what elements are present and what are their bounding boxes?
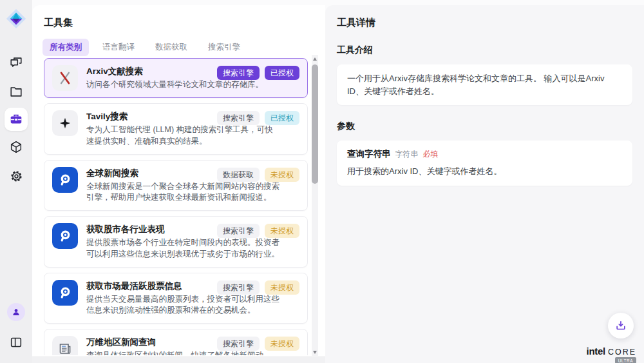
intel-wordmark: intel <box>587 346 605 357</box>
core-wordmark: COREULTRA <box>608 348 636 357</box>
parameter-card: 查询字符串 字符串 必填 用于搜索的Arxiv ID、关键字或作者姓名。 <box>337 141 632 186</box>
sidebar-top-group <box>0 50 32 189</box>
tool-description: 提供当天交易量最高的股票列表，投资者可以利用这些信息来识别流动性强的股票和潜在的… <box>86 294 281 317</box>
tool-card[interactable]: Arxiv文献搜索访问各个研究领域大量科学论文和文章的存储库。搜索引擎已授权 <box>44 58 308 98</box>
ultra-badge: ULTRA <box>615 357 636 363</box>
scrollbar-up-button[interactable] <box>312 55 318 63</box>
sidebar-item-panels[interactable] <box>3 329 29 355</box>
tool-badges: 搜索引擎已授权 <box>217 111 299 125</box>
badge: 搜索引擎 <box>217 66 260 80</box>
sidebar-bottom-group <box>0 299 32 355</box>
triangle-up-icon <box>313 57 317 61</box>
list-bottom-divider <box>32 357 325 363</box>
gear-icon <box>9 169 24 184</box>
tool-card[interactable]: 万维地区新闻查询查询具体行政区划内的新闻，快速了解各地新闻动搜索引擎未授权 <box>44 329 308 355</box>
intro-card: 一个用于从Arxiv存储库搜索科学论文和文章的工具。 输入可以是Arxiv ID… <box>337 64 632 105</box>
news-search-icon <box>52 167 78 193</box>
tool-badges: 搜索引擎已授权 <box>217 66 299 80</box>
app-sidebar <box>0 0 32 363</box>
badge: 搜索引擎 <box>217 280 260 295</box>
tool-list: Arxiv文献搜索访问各个研究领域大量科学论文和文章的存储库。搜索引擎已授权Ta… <box>44 58 308 355</box>
tab-3[interactable]: 搜索引擎 <box>201 39 247 56</box>
category-tabs: 所有类别语言翻译数据获取搜索引擎 <box>43 39 247 56</box>
intro-text: 一个用于从Arxiv存储库搜索科学论文和文章的工具。 输入可以是Arxiv ID… <box>347 72 622 97</box>
badge: 未授权 <box>265 168 299 182</box>
tool-card[interactable]: Tavily搜索专为人工智能代理 (LLM) 构建的搜索引擎工具，可快速提供实时… <box>44 103 308 155</box>
avatar <box>7 303 25 321</box>
sidebar-item-chat[interactable] <box>3 50 29 75</box>
arxiv-icon <box>52 65 78 91</box>
tool-description: 全球新闻搜索是一个聚合全球各大新闻网站内容的搜索引擎，帮助用户快速获取全球最新资… <box>86 181 281 204</box>
badge: 未授权 <box>265 280 299 295</box>
badge: 搜索引擎 <box>217 111 260 125</box>
cube-icon <box>9 140 23 154</box>
tool-description: 查询具体行政区划内的新闻，快速了解各地新闻动 <box>86 350 281 355</box>
badge: 已授权 <box>265 111 299 125</box>
scrollbar-down-button[interactable] <box>312 348 318 356</box>
badge: 搜索引擎 <box>217 224 260 238</box>
intro-heading: 工具介绍 <box>337 44 632 56</box>
tavily-icon <box>52 110 78 136</box>
tab-2[interactable]: 数据获取 <box>148 39 194 56</box>
tool-badges: 搜索引擎未授权 <box>217 337 299 351</box>
tab-1[interactable]: 语言翻译 <box>95 39 142 56</box>
tool-details-panel: 工具详情 工具介绍 一个用于从Arxiv存储库搜索科学论文和文章的工具。 输入可… <box>325 5 644 363</box>
badge: 未授权 <box>265 224 299 238</box>
news-search-icon <box>52 223 78 249</box>
parameter-type: 字符串 <box>395 149 419 160</box>
sidebar-item-cube[interactable] <box>3 134 29 160</box>
sidebar-item-account[interactable] <box>3 299 29 325</box>
badge: 搜索引擎 <box>217 337 260 351</box>
user-icon <box>7 303 25 321</box>
intel-core-logo: intel COREULTRA <box>587 346 636 357</box>
parameter-description: 用于搜索的Arxiv ID、关键字或作者姓名。 <box>347 165 622 178</box>
parameter-name: 查询字符串 <box>347 148 391 160</box>
tools-panel: 工具集 所有类别语言翻译数据获取搜索引擎 Arxiv文献搜索访问各个研究领域大量… <box>32 5 325 363</box>
tool-description: 访问各个研究领域大量科学论文和文章的存储库。 <box>86 79 281 91</box>
scrollbar-thumb[interactable] <box>312 64 318 184</box>
badge: 数据获取 <box>217 168 260 182</box>
tab-all-categories[interactable]: 所有类别 <box>43 39 89 56</box>
panels-icon <box>9 335 23 349</box>
newspaper-icon <box>52 336 78 355</box>
app-logo <box>5 8 27 30</box>
download-icon <box>614 319 627 332</box>
tool-badges: 搜索引擎未授权 <box>217 224 299 238</box>
tools-panel-title: 工具集 <box>44 17 73 29</box>
chat-icon <box>9 55 23 70</box>
badge: 未授权 <box>265 337 299 351</box>
news-search-icon <box>52 280 78 306</box>
badge: 已授权 <box>265 66 299 80</box>
params-heading: 参数 <box>337 121 632 132</box>
triangle-down-icon <box>313 351 317 354</box>
download-button[interactable] <box>608 313 634 338</box>
folder-icon <box>9 84 23 99</box>
tool-card[interactable]: 获取股市各行业表现提供股票市场各个行业在特定时间段内的表现。投资者可以利用这些信… <box>44 216 308 268</box>
tool-description: 专为人工智能代理 (LLM) 构建的搜索引擎工具，可快速提供实时、准确和真实的结… <box>86 124 281 148</box>
gem-logo-icon <box>5 8 27 30</box>
parameter-required-flag: 必填 <box>423 149 439 160</box>
tool-description: 提供股票市场各个行业在特定时间段内的表现。投资者可以利用这些信息来识别表现优于或… <box>86 237 281 260</box>
tool-card[interactable]: 获取市场最活跃股票信息提供当天交易量最高的股票列表，投资者可以利用这些信息来识别… <box>44 273 308 324</box>
tool-card[interactable]: 全球新闻搜索全球新闻搜索是一个聚合全球各大新闻网站内容的搜索引擎，帮助用户快速获… <box>44 160 308 211</box>
sidebar-item-toolbox[interactable] <box>5 108 28 131</box>
sidebar-item-settings[interactable] <box>3 163 29 189</box>
tool-badges: 搜索引擎未授权 <box>217 280 299 295</box>
tools-scrollbar[interactable] <box>312 55 318 356</box>
sidebar-item-folder[interactable] <box>3 79 29 104</box>
tool-badges: 数据获取未授权 <box>217 168 299 182</box>
details-title: 工具详情 <box>337 17 632 29</box>
toolbox-icon <box>9 112 23 126</box>
